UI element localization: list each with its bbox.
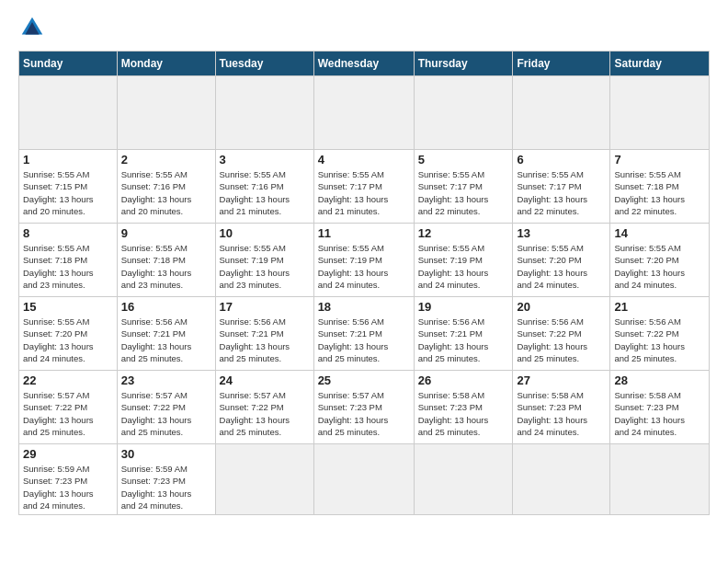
calendar-cell: 28Sunrise: 5:58 AM Sunset: 7:23 PM Dayli…: [610, 371, 710, 444]
calendar-week-row: 8Sunrise: 5:55 AM Sunset: 7:18 PM Daylig…: [19, 224, 710, 297]
day-number: 13: [517, 226, 606, 240]
day-info: Sunrise: 5:57 AM Sunset: 7:22 PM Dayligh…: [220, 389, 310, 438]
day-number: 5: [418, 153, 509, 167]
day-number: 17: [220, 300, 310, 314]
calendar-cell: 26Sunrise: 5:58 AM Sunset: 7:23 PM Dayli…: [414, 371, 513, 444]
page: SundayMondayTuesdayWednesdayThursdayFrid…: [0, 0, 728, 563]
day-number: 27: [517, 373, 606, 387]
calendar-cell: 30Sunrise: 5:59 AM Sunset: 7:23 PM Dayli…: [117, 444, 215, 515]
calendar-cell: 24Sunrise: 5:57 AM Sunset: 7:22 PM Dayli…: [215, 371, 313, 444]
day-number: 21: [614, 300, 705, 314]
day-info: Sunrise: 5:56 AM Sunset: 7:21 PM Dayligh…: [121, 316, 211, 364]
calendar-cell: 7Sunrise: 5:55 AM Sunset: 7:18 PM Daylig…: [610, 150, 710, 224]
day-number: 9: [121, 226, 211, 240]
day-info: Sunrise: 5:55 AM Sunset: 7:19 PM Dayligh…: [418, 242, 509, 291]
day-info: Sunrise: 5:55 AM Sunset: 7:16 PM Dayligh…: [220, 168, 310, 217]
calendar-cell: 3Sunrise: 5:55 AM Sunset: 7:16 PM Daylig…: [215, 150, 313, 224]
day-number: 8: [23, 226, 113, 240]
day-info: Sunrise: 5:55 AM Sunset: 7:17 PM Dayligh…: [517, 168, 606, 217]
day-number: 26: [418, 373, 509, 387]
day-info: Sunrise: 5:56 AM Sunset: 7:21 PM Dayligh…: [220, 316, 310, 364]
day-info: Sunrise: 5:55 AM Sunset: 7:19 PM Dayligh…: [220, 242, 310, 291]
day-info: Sunrise: 5:56 AM Sunset: 7:22 PM Dayligh…: [517, 316, 606, 364]
day-info: Sunrise: 5:55 AM Sunset: 7:20 PM Dayligh…: [614, 242, 705, 291]
day-info: Sunrise: 5:57 AM Sunset: 7:23 PM Dayligh…: [318, 389, 410, 438]
calendar-week-row: 15Sunrise: 5:55 AM Sunset: 7:20 PM Dayli…: [19, 297, 710, 371]
day-number: 29: [23, 447, 113, 461]
day-info: Sunrise: 5:55 AM Sunset: 7:17 PM Dayligh…: [318, 168, 410, 217]
calendar-cell: 15Sunrise: 5:55 AM Sunset: 7:20 PM Dayli…: [19, 297, 118, 371]
calendar-cell: 6Sunrise: 5:55 AM Sunset: 7:17 PM Daylig…: [513, 150, 610, 224]
calendar-cell: 14Sunrise: 5:55 AM Sunset: 7:20 PM Dayli…: [610, 224, 710, 297]
calendar-week-row: [19, 76, 710, 150]
calendar-cell: 17Sunrise: 5:56 AM Sunset: 7:21 PM Dayli…: [215, 297, 313, 371]
calendar-cell: [414, 76, 513, 150]
day-info: Sunrise: 5:55 AM Sunset: 7:18 PM Dayligh…: [23, 242, 113, 291]
day-number: 6: [517, 153, 606, 167]
day-number: 24: [220, 373, 310, 387]
day-info: Sunrise: 5:58 AM Sunset: 7:23 PM Dayligh…: [418, 389, 509, 438]
calendar-cell: 19Sunrise: 5:56 AM Sunset: 7:21 PM Dayli…: [414, 297, 513, 371]
calendar-cell: 16Sunrise: 5:56 AM Sunset: 7:21 PM Dayli…: [117, 297, 215, 371]
calendar-table: SundayMondayTuesdayWednesdayThursdayFrid…: [18, 51, 710, 515]
weekday-header: Wednesday: [313, 52, 414, 76]
calendar-cell: 9Sunrise: 5:55 AM Sunset: 7:18 PM Daylig…: [117, 224, 215, 297]
calendar-cell: 1Sunrise: 5:55 AM Sunset: 7:15 PM Daylig…: [19, 150, 118, 224]
day-number: 12: [418, 226, 509, 240]
calendar-cell: [513, 76, 610, 150]
logo: [18, 14, 50, 41]
calendar-cell: [313, 444, 414, 515]
day-info: Sunrise: 5:57 AM Sunset: 7:22 PM Dayligh…: [23, 389, 113, 438]
calendar-cell: 23Sunrise: 5:57 AM Sunset: 7:22 PM Dayli…: [117, 371, 215, 444]
weekday-header: Thursday: [414, 52, 513, 76]
calendar-header-row: SundayMondayTuesdayWednesdayThursdayFrid…: [19, 52, 710, 76]
day-number: 2: [121, 153, 211, 167]
day-number: 10: [220, 226, 310, 240]
day-info: Sunrise: 5:55 AM Sunset: 7:16 PM Dayligh…: [121, 168, 211, 217]
day-number: 15: [23, 300, 113, 314]
calendar-cell: 27Sunrise: 5:58 AM Sunset: 7:23 PM Dayli…: [513, 371, 610, 444]
calendar-cell: [215, 76, 313, 150]
day-info: Sunrise: 5:56 AM Sunset: 7:21 PM Dayligh…: [318, 316, 410, 364]
weekday-header: Saturday: [610, 52, 710, 76]
day-number: 16: [121, 300, 211, 314]
calendar-cell: [610, 444, 710, 515]
day-info: Sunrise: 5:55 AM Sunset: 7:15 PM Dayligh…: [23, 168, 113, 217]
calendar-cell: 10Sunrise: 5:55 AM Sunset: 7:19 PM Dayli…: [215, 224, 313, 297]
day-number: 3: [220, 153, 310, 167]
calendar-cell: 22Sunrise: 5:57 AM Sunset: 7:22 PM Dayli…: [19, 371, 118, 444]
calendar-week-row: 22Sunrise: 5:57 AM Sunset: 7:22 PM Dayli…: [19, 371, 710, 444]
day-number: 4: [318, 153, 410, 167]
calendar-week-row: 1Sunrise: 5:55 AM Sunset: 7:15 PM Daylig…: [19, 150, 710, 224]
calendar-cell: 5Sunrise: 5:55 AM Sunset: 7:17 PM Daylig…: [414, 150, 513, 224]
day-info: Sunrise: 5:58 AM Sunset: 7:23 PM Dayligh…: [517, 389, 606, 438]
day-info: Sunrise: 5:59 AM Sunset: 7:23 PM Dayligh…: [121, 463, 211, 511]
calendar-cell: 8Sunrise: 5:55 AM Sunset: 7:18 PM Daylig…: [19, 224, 118, 297]
day-number: 23: [121, 373, 211, 387]
day-number: 22: [23, 373, 113, 387]
calendar-cell: 12Sunrise: 5:55 AM Sunset: 7:19 PM Dayli…: [414, 224, 513, 297]
calendar-cell: 18Sunrise: 5:56 AM Sunset: 7:21 PM Dayli…: [313, 297, 414, 371]
day-info: Sunrise: 5:55 AM Sunset: 7:18 PM Dayligh…: [614, 168, 705, 217]
calendar-cell: [215, 444, 313, 515]
weekday-header: Monday: [117, 52, 215, 76]
weekday-header: Friday: [513, 52, 610, 76]
day-info: Sunrise: 5:55 AM Sunset: 7:20 PM Dayligh…: [23, 316, 113, 364]
calendar-cell: 21Sunrise: 5:56 AM Sunset: 7:22 PM Dayli…: [610, 297, 710, 371]
day-number: 7: [614, 153, 705, 167]
calendar-cell: [414, 444, 513, 515]
calendar-cell: 29Sunrise: 5:59 AM Sunset: 7:23 PM Dayli…: [19, 444, 118, 515]
day-number: 25: [318, 373, 410, 387]
day-number: 30: [121, 447, 211, 461]
logo-icon: [18, 14, 46, 41]
calendar-cell: [513, 444, 610, 515]
calendar-cell: 2Sunrise: 5:55 AM Sunset: 7:16 PM Daylig…: [117, 150, 215, 224]
day-number: 18: [318, 300, 410, 314]
day-number: 1: [23, 153, 113, 167]
day-info: Sunrise: 5:58 AM Sunset: 7:23 PM Dayligh…: [614, 389, 705, 438]
calendar-cell: 20Sunrise: 5:56 AM Sunset: 7:22 PM Dayli…: [513, 297, 610, 371]
day-number: 19: [418, 300, 509, 314]
day-info: Sunrise: 5:55 AM Sunset: 7:18 PM Dayligh…: [121, 242, 211, 291]
calendar-week-row: 29Sunrise: 5:59 AM Sunset: 7:23 PM Dayli…: [19, 444, 710, 515]
day-info: Sunrise: 5:55 AM Sunset: 7:20 PM Dayligh…: [517, 242, 606, 291]
